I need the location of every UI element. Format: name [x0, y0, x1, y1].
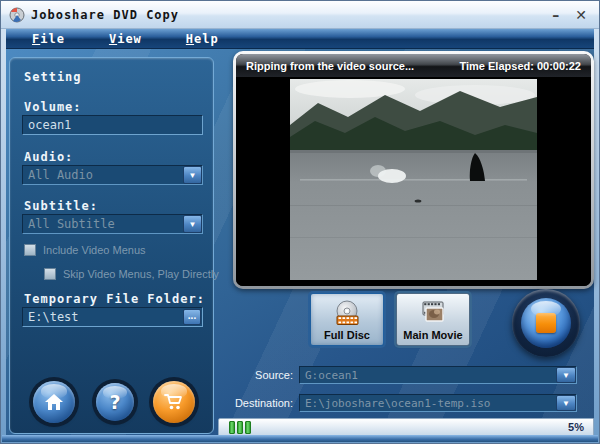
chevron-down-icon[interactable]: ▼ [556, 367, 576, 383]
title-bar: Joboshare DVD Copy – ✕ [1, 1, 599, 29]
menu-file[interactable]: File [32, 32, 65, 46]
menu-view[interactable]: View [109, 32, 142, 46]
close-button[interactable]: ✕ [575, 8, 587, 22]
minimize-button[interactable]: – [552, 8, 559, 22]
progress-percent: 5% [568, 421, 584, 433]
filmstrip-icon [419, 300, 447, 327]
progress-blocks [229, 421, 251, 434]
menu-help[interactable]: Help [186, 32, 219, 46]
menu-bar: File View Help [6, 29, 594, 49]
temp-folder-label: Temporary File Folder: [24, 292, 205, 306]
time-elapsed: Time Elapsed: 00:00:22 [460, 60, 582, 72]
full-disc-label: Full Disc [324, 329, 370, 341]
question-icon: ? [96, 383, 134, 421]
source-select[interactable]: G:ocean1 ▼ [299, 366, 577, 384]
app-icon [9, 7, 25, 23]
destination-label: Destination: [207, 397, 293, 409]
chevron-down-icon[interactable]: ▼ [183, 215, 202, 233]
buy-button[interactable] [153, 381, 195, 423]
full-disc-button[interactable]: Full Disc [310, 293, 384, 346]
help-button[interactable]: ? [96, 383, 134, 421]
subtitle-select[interactable]: All Subtitle ▼ [22, 214, 203, 234]
browse-button[interactable]: ... [183, 309, 201, 325]
chevron-down-icon[interactable]: ▼ [556, 395, 576, 411]
stop-button[interactable] [512, 289, 580, 357]
video-preview-frame: Ripping from the video source... Time El… [233, 51, 594, 289]
window-bottom-edge [2, 435, 598, 442]
home-button[interactable] [33, 381, 75, 423]
include-video-menus-label: Include Video Menus [43, 244, 146, 256]
preview-status-bar: Ripping from the video source... Time El… [236, 54, 591, 77]
skip-video-menus-checkbox[interactable] [44, 268, 56, 280]
cart-icon [164, 393, 184, 412]
settings-panel: Setting Volume: ocean1 Audio: All Audio … [9, 57, 214, 434]
audio-select-value: All Audio [28, 167, 93, 184]
audio-select[interactable]: All Audio ▼ [22, 165, 203, 185]
audio-label: Audio: [24, 150, 73, 164]
settings-panel-title: Setting [24, 70, 82, 84]
include-video-menus-checkbox[interactable] [24, 244, 36, 256]
video-frame-image [290, 79, 537, 280]
volume-label: Volume: [24, 100, 82, 114]
destination-select[interactable]: E:\joboshare\ocean1-temp.iso ▼ [299, 394, 577, 412]
source-label: Source: [207, 369, 293, 381]
main-movie-label: Main Movie [403, 329, 462, 341]
subtitle-select-value: All Subtitle [28, 216, 115, 233]
destination-value: E:\joboshare\ocean1-temp.iso [305, 396, 490, 411]
source-value: G:ocean1 [305, 368, 358, 383]
stop-icon [536, 313, 556, 333]
main-movie-button[interactable]: Main Movie [396, 293, 470, 346]
video-preview [236, 77, 591, 286]
app-window: Joboshare DVD Copy – ✕ File View Help Se… [0, 0, 600, 444]
ripping-status-text: Ripping from the video source... [246, 60, 414, 72]
skip-video-menus-label: Skip Video Menus, Play Directly [63, 268, 219, 280]
home-icon [44, 393, 64, 411]
chevron-down-icon[interactable]: ▼ [183, 166, 202, 184]
disc-icon [333, 300, 361, 327]
window-title: Joboshare DVD Copy [31, 8, 179, 22]
volume-input[interactable]: ocean1 [22, 115, 203, 135]
subtitle-label: Subtitle: [24, 199, 98, 213]
temp-folder-input[interactable]: E:\test ... [22, 307, 203, 327]
